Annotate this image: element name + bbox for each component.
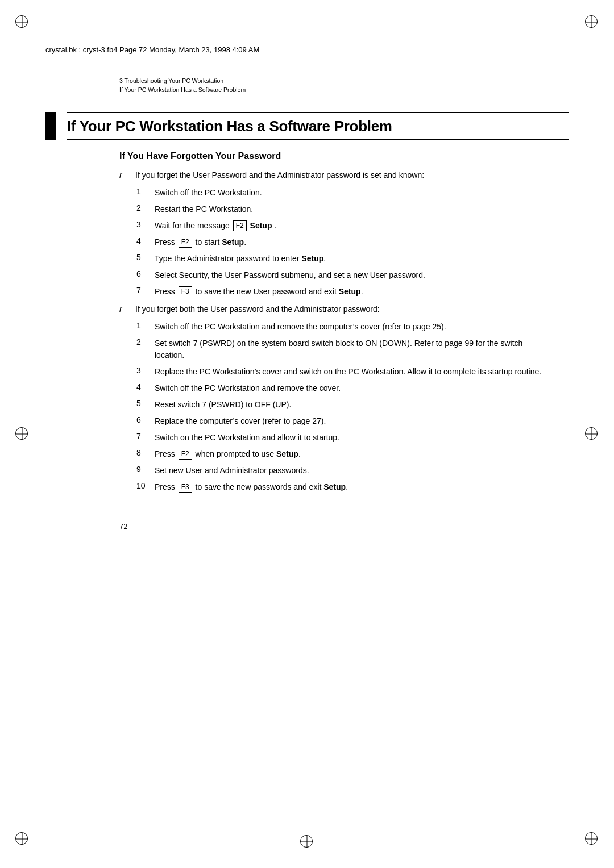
num2-text-6: Replace the computer’s cover (refer to p… xyxy=(155,415,326,427)
num-3: 3 xyxy=(136,220,149,229)
num2-text-1: Switch off the PC Workstation and remove… xyxy=(155,321,446,333)
num2-10: 10 xyxy=(136,481,149,490)
list2-item-5: 5 Reset switch 7 (PSWRD) to OFF (UP). xyxy=(136,399,546,411)
num-7: 7 xyxy=(136,286,149,295)
list1-item-6: 6 Select Security, the User Password sub… xyxy=(136,269,546,281)
list2-item-6: 6 Replace the computer’s cover (refer to… xyxy=(136,415,546,427)
top-right-crosshair-icon xyxy=(586,16,598,28)
page: crystal.bk : cryst-3.fb4 Page 72 Monday,… xyxy=(0,0,614,868)
setup-text-5: Setup xyxy=(301,254,323,263)
section-title: If Your PC Workstation Has a Software Pr… xyxy=(67,118,569,140)
f2-key-badge-3: F2 xyxy=(179,449,192,460)
num-text-2: Restart the PC Workstation. xyxy=(155,203,253,215)
num-text-1: Switch off the PC Workstation. xyxy=(155,187,262,199)
header-area: crystal.bk : cryst-3.fb4 Page 72 Monday,… xyxy=(45,34,569,54)
list2-item-3: 3 Replace the PC Workstation’s cover and… xyxy=(136,366,546,378)
list1-item-3: 3 Wait for the message F2 Setup . xyxy=(136,220,546,232)
numbered-list-1: 1 Switch off the PC Workstation. 2 Resta… xyxy=(136,187,546,298)
footer-rule xyxy=(91,516,523,516)
setup-text-8: Setup xyxy=(276,449,298,458)
num2-text-4: Switch off the PC Workstation and remove… xyxy=(155,382,341,394)
num-text-7: Press F3 to save the new User password a… xyxy=(155,286,363,298)
list1-item-1: 1 Switch off the PC Workstation. xyxy=(136,187,546,199)
num2-8: 8 xyxy=(136,448,149,457)
list2-item-1: 1 Switch off the PC Workstation and remo… xyxy=(136,321,546,333)
list1-item-5: 5 Type the Administrator password to ent… xyxy=(136,253,546,265)
title-black-bar xyxy=(45,112,56,140)
bullet-item-2: r If you forget both the User password a… xyxy=(119,303,546,315)
setup-text-4: Setup xyxy=(222,237,244,247)
num-text-5: Type the Administrator password to enter… xyxy=(155,253,326,265)
num2-text-8: Press F2 when prompted to use Setup. xyxy=(155,448,301,460)
f3-key-badge: F3 xyxy=(179,286,192,297)
num2-2: 2 xyxy=(136,337,149,347)
bullet-text-1: If you forget the User Password and the … xyxy=(135,169,424,181)
breadcrumb-line1: 3 Troubleshooting Your PC Workstation xyxy=(119,77,569,86)
header-text: crystal.bk : cryst-3.fb4 Page 72 Monday,… xyxy=(45,45,569,54)
list2-item-7: 7 Switch on the PC Workstation and allow… xyxy=(136,432,546,444)
list1-item-2: 2 Restart the PC Workstation. xyxy=(136,203,546,215)
bullet-marker-1: r xyxy=(119,169,131,181)
f2-key-badge-2: F2 xyxy=(179,237,192,248)
list2-item-9: 9 Set new User and Administrator passwor… xyxy=(136,465,546,477)
bottom-right-crosshair-icon xyxy=(586,833,598,845)
num-4: 4 xyxy=(136,236,149,245)
mid-left-crosshair-icon xyxy=(16,428,28,440)
num-1: 1 xyxy=(136,187,149,196)
section-title-bar: If Your PC Workstation Has a Software Pr… xyxy=(45,112,569,140)
bullet-marker-2: r xyxy=(119,303,131,315)
numbered-list-2: 1 Switch off the PC Workstation and remo… xyxy=(136,321,546,493)
mid-right-crosshair-icon xyxy=(586,428,598,440)
breadcrumb-line2: If Your PC Workstation Has a Software Pr… xyxy=(119,86,569,95)
setup-text-10: Setup xyxy=(323,482,346,491)
num2-7: 7 xyxy=(136,432,149,441)
bottom-center-crosshair-icon xyxy=(301,836,313,848)
num2-text-3: Replace the PC Workstation’s cover and s… xyxy=(155,366,541,378)
num-6: 6 xyxy=(136,269,149,278)
num2-4: 4 xyxy=(136,382,149,391)
num2-3: 3 xyxy=(136,366,149,375)
list2-item-4: 4 Switch off the PC Workstation and remo… xyxy=(136,382,546,394)
list2-item-2: 2 Set switch 7 (PSWRD) on the system boa… xyxy=(136,337,546,361)
subsection-heading: If You Have Forgotten Your Password xyxy=(119,151,546,161)
bottom-left-crosshair-icon xyxy=(16,833,28,845)
num2-1: 1 xyxy=(136,321,149,330)
num2-text-5: Reset switch 7 (PSWRD) to OFF (UP). xyxy=(155,399,291,411)
f2-key-badge: F2 xyxy=(233,220,247,231)
num2-9: 9 xyxy=(136,465,149,474)
num2-text-2: Set switch 7 (PSWRD) on the system board… xyxy=(155,337,546,361)
breadcrumb: 3 Troubleshooting Your PC Workstation If… xyxy=(119,77,569,95)
list2-item-10: 10 Press F3 to save the new passwords an… xyxy=(136,481,546,493)
f3-key-badge-2: F3 xyxy=(179,482,192,493)
bullet-text-2: If you forget both the User password and… xyxy=(135,303,380,315)
content-area: If You Have Forgotten Your Password r If… xyxy=(119,151,546,493)
num-text-3: Wait for the message F2 Setup . xyxy=(155,220,276,232)
setup-text-7: Setup xyxy=(339,287,361,296)
num-2: 2 xyxy=(136,203,149,212)
num-5: 5 xyxy=(136,253,149,262)
setup-text-3: Setup xyxy=(250,221,272,230)
num-text-4: Press F2 to start Setup. xyxy=(155,236,246,248)
num2-text-9: Set new User and Administrator passwords… xyxy=(155,465,309,477)
page-number: 72 xyxy=(119,522,569,531)
num-text-6: Select Security, the User Password subme… xyxy=(155,269,425,281)
list1-item-4: 4 Press F2 to start Setup. xyxy=(136,236,546,248)
top-left-crosshair-icon xyxy=(16,16,28,28)
list1-item-7: 7 Press F3 to save the new User password… xyxy=(136,286,546,298)
num2-5: 5 xyxy=(136,399,149,408)
list2-item-8: 8 Press F2 when prompted to use Setup. xyxy=(136,448,546,460)
bullet-item-1: r If you forget the User Password and th… xyxy=(119,169,546,181)
num2-text-10: Press F3 to save the new passwords and e… xyxy=(155,481,348,493)
num2-text-7: Switch on the PC Workstation and allow i… xyxy=(155,432,339,444)
num2-6: 6 xyxy=(136,415,149,424)
title-rule xyxy=(67,112,569,113)
